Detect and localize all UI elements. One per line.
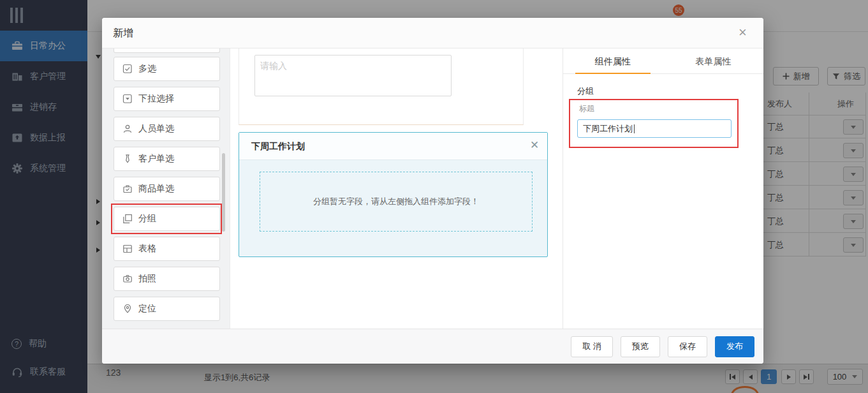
close-icon[interactable]: × xyxy=(739,24,747,41)
cancel-button[interactable]: 取 消 xyxy=(571,336,613,357)
tie-icon xyxy=(122,154,133,164)
component-label: 拍照 xyxy=(138,273,156,285)
component-palette: 多选 下拉选择 人员单选 客户单选 商品单选 xyxy=(102,48,230,329)
group-empty-hint: 分组暂无字段，请从左侧拖入组件添加字段！ xyxy=(313,196,479,207)
component-item-group[interactable]: 分组 xyxy=(114,207,220,231)
component-item-person-select[interactable]: 人员单选 xyxy=(114,117,220,141)
component-item-dropdown[interactable]: 下拉选择 xyxy=(114,87,220,111)
table-icon xyxy=(122,244,133,254)
form-canvas: 下周工作计划 ✕ 分组暂无字段，请从左侧拖入组件添加字段！ xyxy=(230,48,563,329)
tab-form-properties[interactable]: 表单属性 xyxy=(663,48,764,73)
modal-body: 多选 下拉选择 人员单选 客户单选 商品单选 xyxy=(102,48,763,329)
component-label: 分组 xyxy=(138,213,156,225)
modal-title: 新增 xyxy=(113,18,133,48)
title-field-label: 标题 xyxy=(579,103,594,114)
group-title-input[interactable]: 下周工作计划 xyxy=(577,119,732,138)
component-item-multiselect[interactable]: 多选 xyxy=(114,57,220,81)
text-caret xyxy=(634,124,635,133)
component-label: 人员单选 xyxy=(138,123,174,135)
component-label: 表格 xyxy=(138,243,156,255)
component-label: 多选 xyxy=(138,63,156,75)
dropdown-icon xyxy=(122,94,133,104)
person-icon xyxy=(122,124,133,134)
component-label: 客户单选 xyxy=(138,153,174,165)
modal-header xyxy=(102,18,763,48)
group-icon xyxy=(122,214,133,224)
component-label: 定位 xyxy=(138,303,156,315)
component-item-partial xyxy=(114,48,220,53)
new-form-modal: 新增 × 多选 下拉选择 人员单选 xyxy=(102,18,763,364)
component-item-product-select[interactable]: 商品单选 xyxy=(114,177,220,201)
group-title-value: 下周工作计划 xyxy=(583,123,633,135)
component-label: 下拉选择 xyxy=(138,93,174,105)
component-label: 商品单选 xyxy=(138,183,174,195)
component-item-table[interactable]: 表格 xyxy=(114,237,220,261)
screen: 日常办公 客户管理 进销存 数据上报 系统管理 ? 帮助 联系客服 上传你企业的… xyxy=(0,0,868,393)
modal-footer: 取 消 预览 保存 发布 xyxy=(102,329,763,364)
tab-component-properties[interactable]: 组件属性 xyxy=(563,48,663,73)
palette-scrollbar[interactable] xyxy=(222,153,225,232)
location-icon xyxy=(122,304,133,314)
property-section-title: 分组 xyxy=(577,85,594,97)
properties-tabs: 组件属性 表单属性 xyxy=(563,48,763,74)
component-item-location[interactable]: 定位 xyxy=(114,297,220,321)
camera-icon xyxy=(122,274,133,284)
group-panel-title: 下周工作计划 xyxy=(251,133,305,160)
multiline-input[interactable] xyxy=(254,55,452,96)
save-button[interactable]: 保存 xyxy=(668,336,707,357)
group-dropzone[interactable]: 分组暂无字段，请从左侧拖入组件添加字段！ xyxy=(260,172,533,232)
component-item-camera[interactable]: 拍照 xyxy=(114,267,220,291)
group-panel[interactable]: 下周工作计划 ✕ 分组暂无字段，请从左侧拖入组件添加字段！ xyxy=(239,132,548,257)
publish-button[interactable]: 发布 xyxy=(715,336,754,357)
component-item-customer-select[interactable]: 客户单选 xyxy=(114,147,220,171)
product-icon xyxy=(122,184,133,194)
preview-button[interactable]: 预览 xyxy=(621,336,660,357)
group-close-icon[interactable]: ✕ xyxy=(530,138,539,152)
checkbox-icon xyxy=(122,64,133,74)
